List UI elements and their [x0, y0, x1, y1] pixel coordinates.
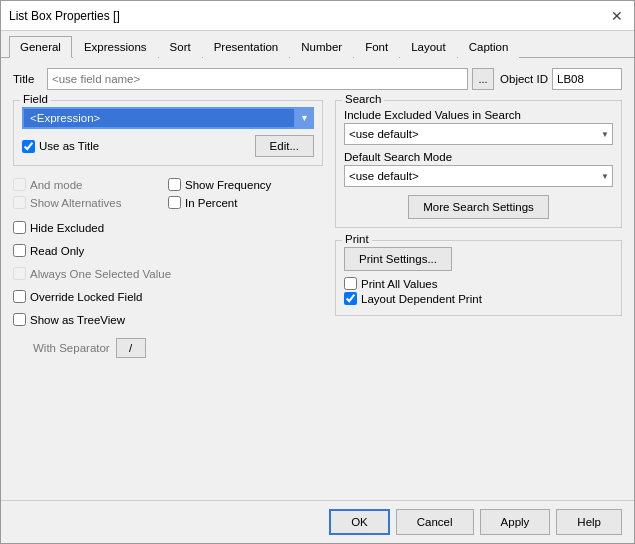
- layout-dependent-row: Layout Dependent Print: [344, 292, 613, 305]
- and-mode-label: And mode: [30, 179, 82, 191]
- tab-sort[interactable]: Sort: [159, 36, 202, 58]
- tab-expressions[interactable]: Expressions: [73, 36, 158, 58]
- in-percent-label: In Percent: [185, 197, 237, 209]
- right-column: Search Include Excluded Values in Search…: [335, 96, 622, 490]
- field-select-wrapper: <Expression> ▼: [22, 107, 314, 129]
- print-all-values-label: Print All Values: [361, 278, 438, 290]
- and-mode-checkbox[interactable]: [13, 178, 26, 191]
- bottom-bar: OK Cancel Apply Help: [1, 500, 634, 543]
- field-expression-display[interactable]: <Expression>: [22, 107, 314, 129]
- tab-number[interactable]: Number: [290, 36, 353, 58]
- print-group: Print Print Settings... Print All Values…: [335, 240, 622, 316]
- field-dropdown-arrow[interactable]: ▼: [294, 107, 314, 129]
- show-alternatives-label: Show Alternatives: [30, 197, 121, 209]
- object-id-input[interactable]: [552, 68, 622, 90]
- use-as-title-checkbox[interactable]: [22, 140, 35, 153]
- edit-button[interactable]: Edit...: [255, 135, 314, 157]
- show-alternatives-row: Show Alternatives: [13, 196, 168, 209]
- title-browse-button[interactable]: ...: [472, 68, 494, 90]
- more-search-settings-button[interactable]: More Search Settings: [408, 195, 549, 219]
- tab-font[interactable]: Font: [354, 36, 399, 58]
- title-label: Title: [13, 73, 43, 85]
- override-locked-row: Override Locked Field: [13, 290, 323, 303]
- always-one-checkbox[interactable]: [13, 267, 26, 280]
- always-one-label: Always One Selected Value: [30, 268, 171, 280]
- include-excluded-label: Include Excluded Values in Search: [344, 109, 613, 121]
- window-title: List Box Properties []: [9, 9, 120, 23]
- with-separator-label: With Separator: [33, 342, 110, 354]
- default-search-mode-wrapper: <use default>: [344, 165, 613, 187]
- in-percent-checkbox[interactable]: [168, 196, 181, 209]
- layout-dependent-label: Layout Dependent Print: [361, 293, 482, 305]
- show-treeview-checkbox[interactable]: [13, 313, 26, 326]
- read-only-label: Read Only: [30, 245, 84, 257]
- default-search-mode-label: Default Search Mode: [344, 151, 613, 163]
- title-input[interactable]: [47, 68, 468, 90]
- tab-presentation[interactable]: Presentation: [203, 36, 290, 58]
- main-row: Field <Expression> ▼ Use as Title Edit..…: [13, 96, 622, 490]
- with-separator-row: With Separator: [13, 338, 323, 358]
- title-section: Title ...: [13, 68, 494, 90]
- close-button[interactable]: ✕: [608, 7, 626, 25]
- and-mode-row: And mode: [13, 178, 168, 191]
- tab-general[interactable]: General: [9, 36, 72, 58]
- hide-excluded-label: Hide Excluded: [30, 222, 104, 234]
- in-percent-row: In Percent: [168, 196, 323, 209]
- hide-excluded-checkbox[interactable]: [13, 221, 26, 234]
- cancel-button[interactable]: Cancel: [396, 509, 474, 535]
- include-excluded-select-wrapper: <use default>: [344, 123, 613, 145]
- search-group: Search Include Excluded Values in Search…: [335, 100, 622, 228]
- dialog-window: List Box Properties [] ✕ General Express…: [0, 0, 635, 544]
- show-treeview-label: Show as TreeView: [30, 314, 125, 326]
- default-search-mode-select[interactable]: <use default>: [344, 165, 613, 187]
- override-locked-label: Override Locked Field: [30, 291, 143, 303]
- print-all-values-row: Print All Values: [344, 277, 613, 290]
- apply-button[interactable]: Apply: [480, 509, 551, 535]
- use-as-title-row: Use as Title Edit...: [22, 135, 314, 157]
- read-only-checkbox[interactable]: [13, 244, 26, 257]
- search-group-label: Search: [342, 93, 384, 105]
- print-group-label: Print: [342, 233, 372, 245]
- hide-excluded-row: Hide Excluded: [13, 221, 323, 234]
- tab-bar: General Expressions Sort Presentation Nu…: [1, 31, 634, 58]
- show-alternatives-checkbox[interactable]: [13, 196, 26, 209]
- object-id-section: Object ID: [500, 68, 622, 90]
- use-as-title-label: Use as Title: [39, 140, 99, 152]
- field-group-label: Field: [20, 93, 51, 105]
- read-only-row: Read Only: [13, 244, 323, 257]
- show-frequency-checkbox[interactable]: [168, 178, 181, 191]
- show-frequency-row: Show Frequency: [168, 178, 323, 191]
- field-group: Field <Expression> ▼ Use as Title Edit..…: [13, 100, 323, 166]
- tab-caption[interactable]: Caption: [458, 36, 520, 58]
- left-column: Field <Expression> ▼ Use as Title Edit..…: [13, 96, 323, 490]
- override-locked-checkbox[interactable]: [13, 290, 26, 303]
- main-content: Title ... Object ID Field <Expression> ▼: [1, 58, 634, 500]
- separator-input[interactable]: [116, 338, 146, 358]
- always-one-row: Always One Selected Value: [13, 267, 323, 280]
- print-all-values-checkbox[interactable]: [344, 277, 357, 290]
- include-excluded-select[interactable]: <use default>: [344, 123, 613, 145]
- layout-dependent-checkbox[interactable]: [344, 292, 357, 305]
- show-frequency-label: Show Frequency: [185, 179, 271, 191]
- tab-layout[interactable]: Layout: [400, 36, 457, 58]
- help-button[interactable]: Help: [556, 509, 622, 535]
- ok-button[interactable]: OK: [329, 509, 390, 535]
- object-id-label: Object ID: [500, 73, 548, 85]
- title-bar: List Box Properties [] ✕: [1, 1, 634, 31]
- use-as-title-left: Use as Title: [22, 140, 99, 153]
- print-settings-button[interactable]: Print Settings...: [344, 247, 452, 271]
- show-treeview-row: Show as TreeView: [13, 313, 323, 326]
